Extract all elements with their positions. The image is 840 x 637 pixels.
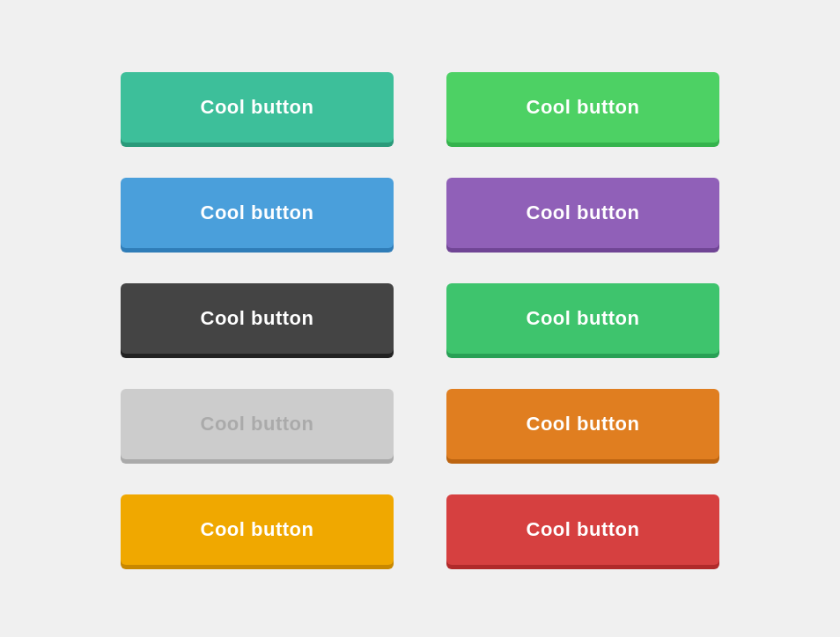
red-button[interactable]: Cool button xyxy=(446,494,719,565)
purple-button[interactable]: Cool button xyxy=(446,178,719,248)
green-button[interactable]: Cool button xyxy=(446,72,719,143)
green2-button[interactable]: Cool button xyxy=(446,283,719,354)
orange-button[interactable]: Cool button xyxy=(446,389,719,459)
yellow-button[interactable]: Cool button xyxy=(121,494,394,565)
teal-button[interactable]: Cool button xyxy=(121,72,394,143)
lightgray-button[interactable]: Cool button xyxy=(121,389,394,459)
button-grid: Cool button Cool button Cool button Cool… xyxy=(50,28,790,609)
dark-button[interactable]: Cool button xyxy=(121,283,394,354)
blue-button[interactable]: Cool button xyxy=(121,178,394,248)
